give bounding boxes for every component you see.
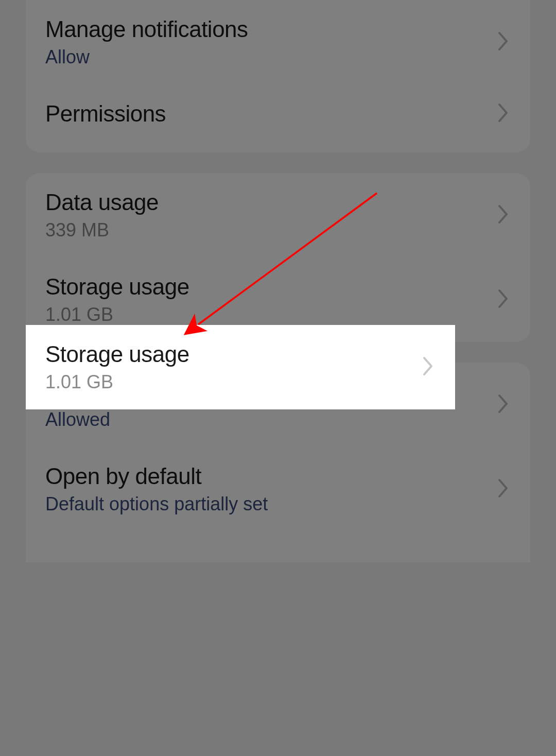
chevron-right-icon [496, 203, 511, 228]
row-text: Storage usage 1.01 GB [45, 341, 189, 393]
row-title: Open by default [45, 463, 268, 489]
row-subtitle: 1.01 GB [45, 304, 189, 325]
row-title: Storage usage [45, 274, 189, 300]
chevron-right-icon [496, 30, 511, 55]
data-usage-row[interactable]: Data usage 339 MB [26, 173, 530, 257]
row-subtitle: 339 MB [45, 219, 159, 241]
permissions-row[interactable]: Permissions [26, 84, 530, 143]
row-title: Permissions [45, 101, 166, 127]
settings-group-2: Data usage 339 MB Storage usage 1.01 GB [26, 173, 530, 342]
chevron-right-icon [496, 392, 511, 417]
storage-usage-row[interactable]: Storage usage 1.01 GB [26, 325, 455, 409]
open-by-default-row[interactable]: Open by default Default options partiall… [26, 447, 530, 531]
row-text: Data usage 339 MB [45, 190, 159, 241]
row-text: Manage notifications Allow [45, 16, 248, 68]
row-title: Storage usage [45, 341, 189, 367]
chevron-right-icon [421, 355, 436, 380]
row-text: Permissions [45, 101, 166, 127]
chevron-right-icon [496, 101, 511, 126]
row-subtitle: Allowed [45, 409, 277, 431]
row-text: Open by default Default options partiall… [45, 463, 268, 515]
row-title: Manage notifications [45, 16, 248, 42]
manage-notifications-row[interactable]: Manage notifications Allow [26, 0, 530, 84]
row-title: Data usage [45, 190, 159, 215]
settings-group-1: Manage notifications Allow Permissions [26, 0, 530, 152]
row-text: Storage usage 1.01 GB [45, 274, 189, 325]
chevron-right-icon [496, 477, 511, 502]
row-subtitle: 1.01 GB [45, 371, 189, 393]
row-subtitle: Default options partially set [45, 493, 268, 515]
chevron-right-icon [496, 287, 511, 312]
row-subtitle: Allow [45, 46, 248, 68]
